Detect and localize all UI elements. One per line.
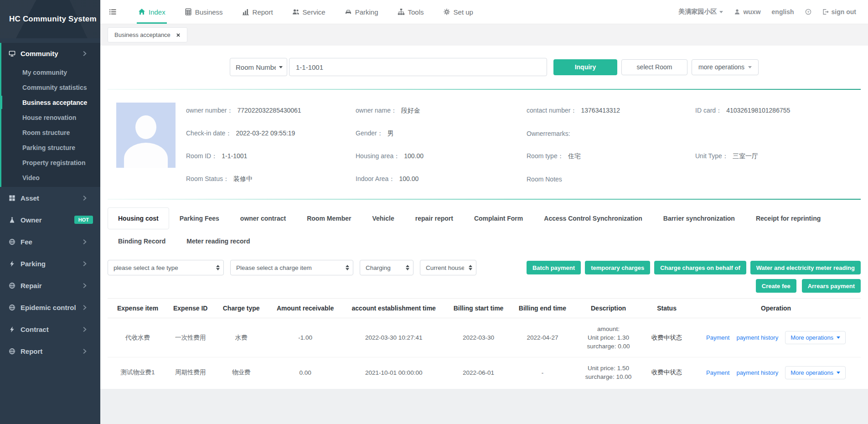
tab-complaint-form[interactable]: Complaint Form	[464, 207, 533, 229]
chevron-right-icon	[81, 326, 88, 333]
room-search-input[interactable]	[289, 58, 547, 76]
link-payment-history[interactable]: payment history	[736, 334, 778, 341]
button-charge-charges-on-behalf-of[interactable]: Charge charges on behalf of	[654, 261, 746, 274]
tab-receipt-for-reprinting[interactable]: Receipt for reprinting	[745, 207, 831, 229]
tab-meter-reading-record[interactable]: Meter reading record	[176, 230, 260, 252]
link-payment[interactable]: Payment	[706, 369, 729, 376]
filter-select-wrap: Please select a charge item	[230, 260, 353, 275]
signout-label: sign out	[832, 8, 856, 16]
more-operations-label: more operations	[698, 63, 744, 71]
filter-selects: please select a fee typePlease select a …	[108, 260, 483, 275]
help-button[interactable]	[805, 9, 811, 15]
nav-item-parking[interactable]: Parking	[343, 0, 380, 24]
signout-button[interactable]: sign out	[822, 8, 856, 16]
field-value: 772022032285430061	[238, 107, 301, 114]
community-selector-label: 美满家园小区	[678, 8, 717, 16]
button-batch-payment[interactable]: Batch payment	[527, 261, 581, 274]
sidebar-item-fee[interactable]: Fee	[0, 231, 100, 253]
sidebar-item-epidemic-control[interactable]: Epidemic control	[0, 296, 100, 318]
nav-item-set-up[interactable]: Set up	[442, 0, 475, 24]
tab-repair-report[interactable]: repair report	[405, 207, 464, 229]
owner-field-indoor-area: Indoor Area：100.00	[356, 175, 527, 183]
inquiry-button[interactable]: Inquiry	[553, 59, 617, 75]
bolt-icon	[9, 260, 16, 267]
button-water-and-electricity-meter-reading[interactable]: Water and electricity meter reading	[750, 261, 861, 274]
sidebar-item-parking[interactable]: Parking	[0, 253, 100, 274]
filter-select-wrap: please select a fee type	[108, 260, 224, 275]
more-operations-label: More operations	[790, 369, 833, 376]
sidebar-item-business-acceptance[interactable]: Business acceptance	[1, 95, 100, 110]
button-arrears-payment[interactable]: Arrears payment	[802, 279, 861, 293]
cell-start: 2022-03-30	[446, 318, 510, 357]
link-payment[interactable]: Payment	[706, 334, 729, 341]
search-row: Room Number Inquiry select Room more ope…	[230, 58, 861, 76]
sidebar-item-room-structure[interactable]: Room structure	[1, 125, 100, 140]
nav-item-business[interactable]: Business	[183, 0, 224, 24]
filter-select-current-house[interactable]: Current house	[420, 260, 476, 275]
filter-select-charging[interactable]: Charging	[360, 260, 413, 275]
nav-item-report[interactable]: Report	[241, 0, 274, 24]
tab-business-acceptance[interactable]: Business acceptance	[108, 27, 187, 42]
owner-avatar	[116, 103, 176, 168]
owner-field-empty	[695, 176, 861, 183]
search-type-select[interactable]: Room Number	[230, 58, 287, 76]
top-nav-right: 美满家园小区wuxwenglishsign out	[678, 8, 856, 16]
caret-down-icon	[719, 11, 723, 13]
chevron-right-icon	[81, 260, 88, 267]
close-icon	[176, 33, 181, 37]
sidebar-item-owner[interactable]: OwnerHOT	[0, 209, 100, 231]
nav-item-index[interactable]: Index	[137, 0, 167, 24]
sidebar-item-community-statistics[interactable]: Community statistics	[1, 80, 100, 95]
users-icon	[292, 8, 300, 16]
tab-barrier-synchronization[interactable]: Barrier synchronization	[653, 207, 745, 229]
sidebar-item-community[interactable]: Community	[1, 43, 100, 64]
community-selector[interactable]: 美满家园小区	[678, 8, 723, 16]
sidebar-item-label: Epidemic control	[21, 304, 81, 311]
tab-access-control-synchronization[interactable]: Access Control Synchronization	[533, 207, 652, 229]
user-menu[interactable]: wuxw	[734, 8, 760, 16]
field-value: 住宅	[568, 152, 581, 160]
app-root: HC Community System CommunityMy communit…	[0, 0, 868, 424]
more-operations-button[interactable]: More operations	[785, 366, 846, 379]
flask-icon	[9, 217, 16, 223]
sidebar-item-video[interactable]: Video	[1, 170, 100, 185]
tab-owner-contract[interactable]: owner contract	[230, 207, 296, 229]
filter-select-please-select-a-fee-type[interactable]: please select a fee type	[108, 260, 224, 275]
select-room-button[interactable]: select Room	[621, 59, 687, 75]
tab-binding-record[interactable]: Binding Record	[108, 230, 176, 252]
question-icon	[805, 9, 811, 15]
sidebar-item-my-community[interactable]: My community	[1, 65, 100, 80]
table-row: 代收水费一次性费用水费-1.002022-03-30 10:27:412022-…	[108, 318, 861, 357]
language-switcher[interactable]: english	[772, 8, 794, 16]
sidebar-item-report[interactable]: Report	[0, 340, 100, 362]
sidebar-item-house-renovation[interactable]: House renovation	[1, 110, 100, 125]
cell-expense-item: 代收水费	[108, 318, 168, 357]
nav-item-tools[interactable]: Tools	[396, 0, 425, 24]
cell-amount: 0.00	[269, 357, 341, 388]
sidebar-item-asset[interactable]: Asset	[0, 187, 100, 209]
button-temporary-charges[interactable]: temporary charges	[585, 261, 650, 274]
monitor-icon	[9, 50, 16, 57]
link-payment-history[interactable]: payment history	[736, 369, 778, 376]
sidebar-item-label: Report	[21, 347, 81, 355]
tab-parking-fees[interactable]: Parking Fees	[169, 207, 230, 229]
nav-item-service[interactable]: Service	[291, 0, 327, 24]
field-label: Check-in date：	[186, 129, 232, 137]
sidebar-item-contract[interactable]: Contract	[0, 318, 100, 340]
tab-housing-cost[interactable]: Housing cost	[108, 207, 169, 229]
column-header-status: Status	[642, 299, 691, 318]
tab-vehicle[interactable]: Vehicle	[362, 207, 404, 229]
tab-label: Business acceptance	[114, 31, 170, 38]
app-title: HC Community System	[0, 0, 100, 38]
sidebar-item-repair[interactable]: Repair	[0, 274, 100, 296]
tab-room-member[interactable]: Room Member	[296, 207, 362, 229]
more-operations-button[interactable]: More operations	[785, 331, 846, 344]
filter-select-please-select-a-charge-item[interactable]: Please select a charge item	[230, 260, 353, 275]
menu-toggle-icon[interactable]	[108, 8, 118, 16]
sidebar-item-parking-structure[interactable]: Parking structure	[1, 140, 100, 155]
button-create-fee[interactable]: Create fee	[756, 279, 796, 293]
sidebar-item-property-registration[interactable]: Property registration	[1, 155, 100, 170]
user-name: wuxw	[743, 8, 760, 16]
signout-icon	[822, 9, 829, 15]
more-operations-dropdown[interactable]: more operations	[692, 59, 759, 75]
